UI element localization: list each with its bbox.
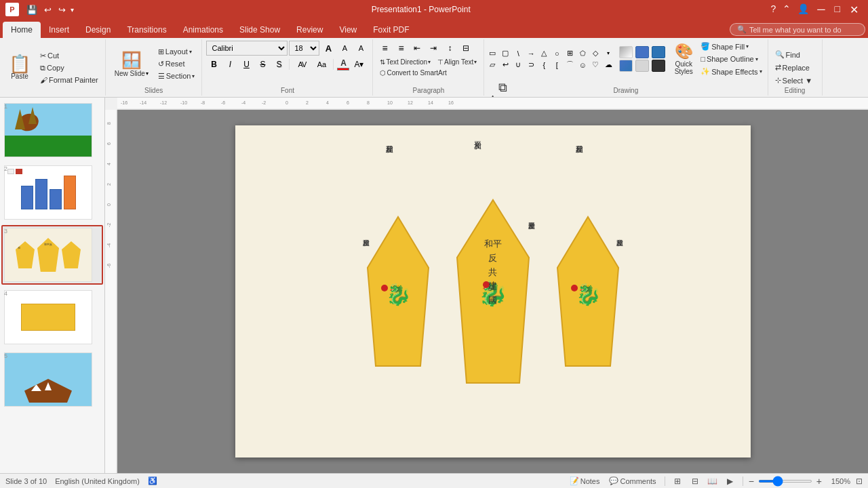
find-button[interactable]: 🔍 Find (772, 49, 818, 60)
font-color-button[interactable]: A (336, 58, 350, 71)
style-5[interactable] (635, 60, 649, 72)
font-size-select[interactable]: 18 (289, 41, 319, 56)
bold-button[interactable]: B (206, 57, 221, 72)
quick-styles-button[interactable]: 🎨 Quick Styles (671, 41, 696, 77)
tell-me-bar[interactable]: 🔍 Tell me what you want to do (730, 23, 865, 36)
qat-undo[interactable]: ↩ (42, 3, 54, 16)
qat-dropdown[interactable]: ▾ (71, 6, 74, 14)
tab-animations[interactable]: Animations (175, 22, 231, 38)
reading-view-btn[interactable]: 📖 (706, 475, 719, 487)
pentagon-shape[interactable]: ⬠ (577, 48, 588, 59)
diamond-shape[interactable]: ◇ (590, 48, 601, 59)
brace-shape[interactable]: { (538, 60, 549, 70)
style-6[interactable] (652, 60, 665, 72)
style-3[interactable] (652, 46, 665, 58)
change-case-button[interactable]: Aa (313, 57, 330, 72)
tab-review[interactable]: Review (288, 22, 331, 38)
curve-shape[interactable]: ∪ (513, 60, 524, 70)
bent-arrow-shape[interactable]: ↩ (500, 60, 511, 70)
tab-home[interactable]: Home (3, 22, 41, 38)
fit-slide-btn[interactable]: ⊡ (856, 476, 863, 486)
normal-view-btn[interactable]: ⊞ (671, 475, 684, 487)
canvas-area[interactable]: 🐉 和反建 (117, 110, 868, 473)
restore-btn[interactable]: □ (831, 3, 844, 16)
zoom-slider[interactable] (758, 480, 812, 483)
zoom-in-btn[interactable]: + (816, 476, 822, 487)
bracket-shape[interactable]: [ (551, 60, 562, 70)
clear-formatting-button[interactable]: A (353, 41, 368, 56)
increase-indent-button[interactable]: ⇥ (426, 41, 441, 56)
style-1[interactable] (619, 46, 633, 58)
heart-shape[interactable]: ♡ (590, 60, 601, 70)
shapes-more-btn[interactable]: ▾ (603, 48, 614, 59)
format-painter-button[interactable]: 🖌 Format Painter (37, 75, 101, 85)
bullets-button[interactable]: ≡ (377, 41, 392, 56)
tab-slideshow[interactable]: Slide Show (231, 22, 288, 38)
cloud-shape[interactable]: ☁ (603, 60, 614, 70)
font-shrink-button[interactable]: A (337, 41, 352, 56)
line-shape[interactable]: \ (513, 48, 524, 59)
notes-button[interactable]: 📝 Notes (567, 476, 603, 486)
line-spacing-button[interactable]: ↕ (442, 41, 457, 56)
italic-button[interactable]: I (222, 57, 237, 72)
zoom-level-label[interactable]: 150% (826, 477, 850, 485)
triangle-shape[interactable]: △ (538, 48, 549, 59)
slide-thumb-3[interactable]: 3 和 和平反 (1, 225, 103, 285)
cut-button[interactable]: ✂ Cut (37, 50, 101, 62)
qat-redo[interactable]: ↪ (56, 3, 68, 16)
convert-smartart-button[interactable]: ⬡Convert to SmartArt (377, 68, 449, 78)
style-4[interactable] (619, 60, 633, 72)
arrow-shape[interactable]: → (526, 48, 536, 59)
rect-shape[interactable]: ▭ (487, 48, 498, 59)
font-grow-button[interactable]: A (321, 41, 336, 56)
columns-button[interactable]: ⊟ (458, 41, 473, 56)
strikethrough-button[interactable]: S (255, 57, 270, 72)
slide-sorter-btn[interactable]: ⊟ (688, 475, 702, 487)
style-2[interactable] (635, 46, 649, 58)
underline-button[interactable]: U (239, 57, 254, 72)
shape-effects-button[interactable]: ✨ Shape Effects ▾ (698, 66, 764, 77)
shape-outline-button[interactable]: □ Shape Outline ▾ (698, 54, 764, 64)
qat-save[interactable]: 💾 (24, 3, 39, 16)
close-btn[interactable]: ✕ (846, 3, 863, 16)
align-text-button[interactable]: ⊤Align Text▾ (435, 57, 479, 67)
slide-thumb-1[interactable]: 1 (1, 100, 103, 160)
slide-thumb-2[interactable]: 2 (1, 163, 103, 222)
custom-shape[interactable]: ⊃ (526, 60, 536, 70)
numbering-button[interactable]: ≡ (393, 41, 408, 56)
account-icon[interactable]: 👤 (795, 3, 812, 16)
tab-transitions[interactable]: Transitions (119, 22, 174, 38)
circle-shape[interactable]: ○ (551, 48, 562, 59)
shape-fill-button[interactable]: 🪣 Shape Fill ▾ (698, 41, 764, 52)
slideshow-btn[interactable]: ▶ (724, 475, 737, 487)
slide-thumb-5[interactable]: 5 (1, 350, 103, 409)
new-slide-button[interactable]: 🪟 New Slide ▾ (110, 41, 153, 87)
zoom-out-btn[interactable]: − (749, 476, 754, 487)
parallelogram-shape[interactable]: ▱ (487, 60, 498, 70)
font-family-select[interactable]: Calibri (206, 41, 288, 56)
minimize-btn[interactable]: ─ (813, 3, 829, 16)
shadow-button[interactable]: S (271, 57, 286, 72)
comments-button[interactable]: 💬 Comments (606, 476, 658, 486)
ribbon-toggle[interactable]: ⌃ (780, 3, 793, 16)
smiley-shape[interactable]: ☺ (577, 60, 588, 70)
section-button[interactable]: ☰ Section ▾ (155, 70, 198, 82)
tab-design[interactable]: Design (77, 22, 119, 38)
copy-button[interactable]: ⧉ Copy (37, 62, 101, 74)
slide-thumb-4[interactable]: 4 (1, 287, 103, 347)
reset-button[interactable]: ↺ Reset (155, 58, 198, 70)
decrease-indent-button[interactable]: ⇤ (410, 41, 425, 56)
help-icon[interactable]: ? (768, 3, 778, 16)
select-button[interactable]: ⊹ Select ▼ (772, 75, 818, 86)
tab-foxit[interactable]: Foxit PDF (365, 22, 417, 38)
arc-shape[interactable]: ⌒ (564, 60, 575, 70)
more-shapes[interactable]: ⊞ (564, 48, 575, 59)
text-direction-button[interactable]: ⇅Text Direction▾ (377, 57, 433, 67)
rounded-rect-shape[interactable]: ▢ (500, 48, 511, 59)
highlight-button[interactable]: A▾ (351, 57, 366, 72)
layout-button[interactable]: ⊞ Layout ▾ (155, 46, 198, 58)
tab-view[interactable]: View (331, 22, 365, 38)
replace-button[interactable]: ⇄ Replace (772, 62, 818, 73)
char-spacing-button[interactable]: AV (292, 57, 311, 72)
paste-button[interactable]: 📋 Paste (4, 41, 35, 94)
